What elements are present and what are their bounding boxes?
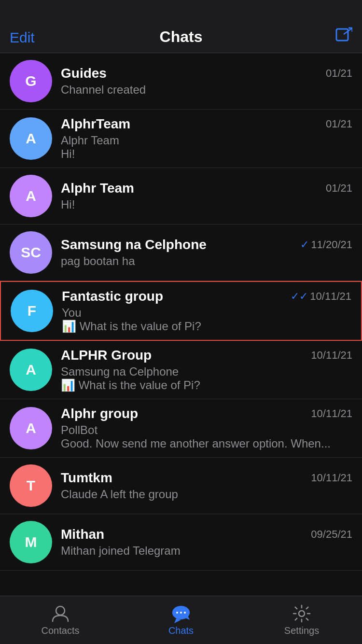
chat-item-mithan[interactable]: MMithan09/25/21Mithan joined Telegram (0, 514, 362, 571)
chat-preview-samsung-celphone: pag bootan ha (61, 254, 352, 268)
chat-time-alphr-team: 01/21 (326, 118, 352, 130)
chat-name-samsung-celphone: Samsung na Celphone (61, 237, 207, 252)
chat-time-tumtkm: 10/11/21 (311, 472, 352, 484)
avatar-samsung-celphone: SC (10, 231, 52, 274)
chat-name-alphr-group: ALPHR Group (61, 348, 152, 363)
edit-button[interactable]: Edit (10, 29, 35, 46)
svg-point-10 (184, 612, 186, 614)
chat-preview-alphr-group: Samsung na Celphone📊 What is the value o… (61, 365, 352, 392)
svg-point-9 (180, 612, 182, 614)
compose-button[interactable] (335, 27, 352, 46)
chat-content-guides: Guides01/21Channel created (61, 66, 352, 97)
avatar-alphr-group-2: A (10, 407, 52, 449)
chat-time-alphr-team-2: 01/21 (326, 182, 352, 195)
chat-content-alphr-group: ALPHR Group10/11/21Samsung na Celphone📊 … (61, 348, 352, 392)
chat-content-alphr-team: AlphrTeam01/21Alphr TeamHi! (61, 116, 352, 161)
chat-preview-fantastic-group: You📊 What is the value of Pi? (62, 306, 351, 333)
svg-point-11 (299, 611, 305, 616)
avatar-tumtkm: T (10, 464, 52, 507)
nav-settings[interactable]: Settings (242, 604, 362, 636)
chat-name-guides: Guides (61, 66, 107, 81)
chats-label: Chats (168, 625, 194, 636)
chat-item-guides[interactable]: GGuides01/21Channel created (0, 53, 362, 110)
settings-label: Settings (284, 625, 319, 636)
chat-item-tumtkm[interactable]: TTumtkm10/11/21Claude A left the group (0, 458, 362, 514)
chat-name-fantastic-group: Fantastic group (62, 289, 163, 304)
svg-point-8 (176, 612, 178, 614)
bottom-nav: Contacts Chats Settings (0, 596, 362, 644)
chat-preview-mithan: Mithan joined Telegram (61, 544, 352, 558)
chat-name-mithan: Mithan (61, 527, 104, 542)
contacts-label: Contacts (42, 625, 80, 636)
avatar-alphr-team-2: A (10, 175, 52, 217)
chat-time-samsung-celphone: ✓11/20/21 (300, 238, 352, 251)
chat-item-samsung-celphone[interactable]: SCSamsung na Celphone✓11/20/21pag bootan… (0, 224, 362, 281)
nav-contacts[interactable]: Contacts (0, 604, 120, 636)
avatar-mithan: M (10, 521, 52, 563)
chat-item-alphr-group[interactable]: AALPHR Group10/11/21Samsung na Celphone📊… (0, 341, 362, 399)
chat-preview-guides: Channel created (61, 83, 352, 97)
chat-time-mithan: 09/25/21 (311, 528, 352, 541)
chat-name-alphr-group-2: Alphr group (61, 406, 138, 421)
avatar-guides: G (10, 60, 52, 102)
svg-point-4 (56, 606, 65, 615)
header: Edit Chats (0, 0, 362, 53)
chat-time-guides: 01/21 (326, 67, 352, 80)
chat-list: GGuides01/21Channel createdAAlphrTeam01/… (0, 53, 362, 596)
chat-name-alphr-team: AlphrTeam (61, 116, 130, 132)
chat-time-fantastic-group: ✓✓10/11/21 (291, 290, 351, 303)
chat-time-alphr-group-2: 10/11/21 (311, 407, 352, 420)
avatar-fantastic-group: F (11, 290, 53, 332)
chat-preview-alphr-team-2: Hi! (61, 198, 352, 211)
avatar-alphr-group: A (10, 349, 52, 391)
chat-content-fantastic-group: Fantastic group✓✓10/11/21You📊 What is th… (62, 289, 351, 333)
chat-preview-alphr-group-2: PollBotGood. Now send me another answer … (61, 423, 352, 450)
page-title: Chats (160, 28, 203, 46)
chat-preview-alphr-team: Alphr TeamHi! (61, 134, 352, 161)
chat-item-alphr-group-2[interactable]: AAlphr group10/11/21PollBotGood. Now sen… (0, 399, 362, 458)
chat-item-alphr-team-2[interactable]: AAlphr Team01/21Hi! (0, 168, 362, 224)
chat-name-alphr-team-2: Alphr Team (61, 181, 134, 196)
chat-content-mithan: Mithan09/25/21Mithan joined Telegram (61, 527, 352, 558)
chat-item-fantastic-group[interactable]: FFantastic group✓✓10/11/21You📊 What is t… (0, 281, 362, 341)
avatar-alphr-team: A (10, 117, 52, 160)
chat-content-tumtkm: Tumtkm10/11/21Claude A left the group (61, 470, 352, 501)
svg-rect-0 (336, 29, 348, 41)
chat-time-alphr-group: 10/11/21 (311, 349, 352, 362)
chat-content-samsung-celphone: Samsung na Celphone✓11/20/21pag bootan h… (61, 237, 352, 268)
chat-name-tumtkm: Tumtkm (61, 470, 112, 486)
nav-chats[interactable]: Chats (121, 604, 241, 636)
chat-content-alphr-team-2: Alphr Team01/21Hi! (61, 181, 352, 211)
chat-content-alphr-group-2: Alphr group10/11/21PollBotGood. Now send… (61, 406, 352, 450)
chat-item-alphr-team[interactable]: AAlphrTeam01/21Alphr TeamHi! (0, 110, 362, 168)
chat-preview-tumtkm: Claude A left the group (61, 488, 352, 501)
